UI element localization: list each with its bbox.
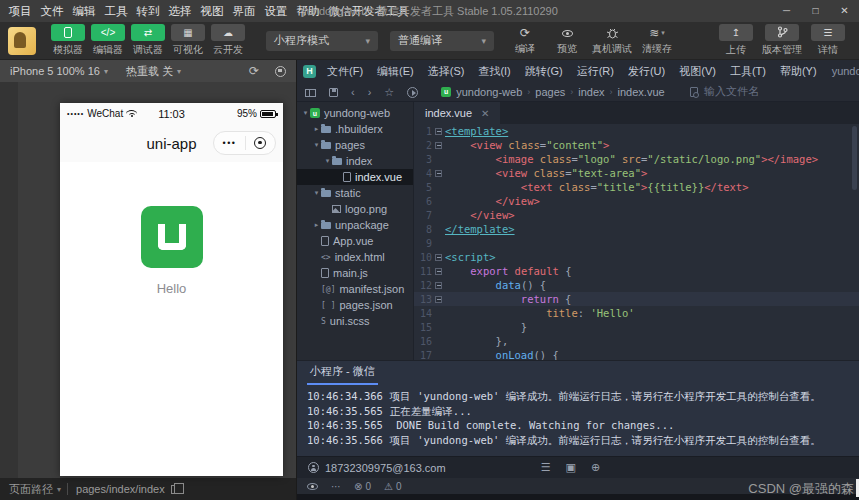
fold-icon[interactable] (435, 282, 442, 289)
fold-icon[interactable] (435, 128, 442, 135)
breadcrumb-item[interactable]: index (578, 86, 604, 98)
hbuilderx-menu-item[interactable]: 帮助(Y) (773, 60, 824, 82)
panel-toggle-icon[interactable] (305, 82, 316, 102)
device-selector[interactable]: iPhone 5 100% 16 ▾ (10, 65, 108, 77)
toolbar-swap-button[interactable]: ⇄调试器 (128, 24, 168, 57)
toolbar-phone-button[interactable]: 模拟器 (48, 24, 88, 57)
hbuilderx-menu-item[interactable]: 编辑(E) (370, 60, 421, 82)
copy-icon[interactable] (171, 485, 179, 494)
page-path-dropdown[interactable]: 页面路径 (9, 482, 53, 497)
hbuilderx-menu-item[interactable]: 跳转(G) (518, 60, 570, 82)
tree-item-index[interactable]: ▾index (297, 153, 413, 169)
menu-item[interactable]: 项目 (4, 0, 36, 22)
mode-dropdown[interactable]: 小程序模式 ▾ (266, 31, 378, 51)
code-line-2[interactable]: 2 <view class="content"> (414, 138, 859, 152)
tree-item-yundong-web[interactable]: ▾uyundong-web (297, 105, 413, 121)
breadcrumb-item[interactable]: pages (535, 86, 565, 98)
console-layout-icon[interactable]: ☰ (541, 461, 551, 474)
toolbar-grid-button[interactable]: ▦可视化 (168, 24, 208, 57)
star-icon[interactable]: ☆ (384, 82, 394, 102)
eye-icon[interactable] (307, 483, 318, 490)
tree-item-manifest.json[interactable]: [@]manifest.json (297, 281, 413, 297)
tree-item-static[interactable]: ▾static (297, 185, 413, 201)
user-avatar[interactable] (8, 27, 36, 55)
maximize-button[interactable]: □ (801, 0, 830, 22)
remote-debug-button[interactable]: 真机调试 (588, 26, 636, 56)
hbuilderx-menu-item[interactable]: 工具(T) (723, 60, 773, 82)
code-line-1[interactable]: 1<template> (414, 124, 859, 138)
code-line-15[interactable]: 15 } (414, 320, 859, 334)
back-icon[interactable]: ‹ (351, 82, 355, 102)
breadcrumb-item[interactable]: yundong-web (456, 86, 522, 98)
menu-item[interactable]: 视图 (196, 0, 228, 22)
run-icon[interactable] (407, 82, 418, 102)
menu-item[interactable]: 设置 (260, 0, 292, 22)
hbuilderx-menu-item[interactable]: 选择(S) (421, 60, 472, 82)
error-count[interactable]: ⊗ 0 (354, 481, 371, 492)
editor-scrollbar[interactable] (852, 126, 857, 190)
code-line-5[interactable]: 5 <text class="title">{{title}}</text> (414, 180, 859, 194)
minimize-button[interactable]: ─ (772, 0, 801, 22)
code-line-16[interactable]: 16 }, (414, 334, 859, 348)
menu-item[interactable]: 编辑 (68, 0, 100, 22)
menu-item[interactable]: 转到 (132, 0, 164, 22)
code-line-7[interactable]: 7 </view> (414, 208, 859, 222)
menu-item[interactable]: 界面 (228, 0, 260, 22)
close-button[interactable]: ✕ (830, 0, 859, 22)
hbuilderx-menu-item[interactable]: 运行(R) (570, 60, 621, 82)
tree-item-pages.json[interactable]: [ ]pages.json (297, 297, 413, 313)
tree-item-main.js[interactable]: main.js (297, 265, 413, 281)
hbuilderx-menu-item[interactable]: 文件(F) (320, 60, 370, 82)
tree-item-unpackage[interactable]: ▸unpackage (297, 217, 413, 233)
tree-item-uni.scss[interactable]: Suni.scss (297, 313, 413, 329)
code-line-14[interactable]: 14 title: 'Hello' (414, 306, 859, 320)
menu-item[interactable]: 工具 (100, 0, 132, 22)
close-target-icon[interactable] (254, 137, 266, 149)
code-line-17[interactable]: 17 onLoad() { (414, 348, 859, 360)
fold-icon[interactable] (435, 170, 442, 177)
account-email[interactable]: 18732309975@163.com (325, 462, 446, 474)
tree-item-App.vue[interactable]: App.vue (297, 233, 413, 249)
hbuilderx-menu-item[interactable]: 发行(U) (621, 60, 672, 82)
clear-cache-button[interactable]: ≋ ▾ 清缓存 (636, 26, 678, 56)
preview-button[interactable]: 预览 (546, 26, 588, 56)
tree-item-index.html[interactable]: <>index.html (297, 249, 413, 265)
menu-item[interactable]: 选择 (164, 0, 196, 22)
code-line-11[interactable]: 11 export default { (414, 264, 859, 278)
tree-item-logo.png[interactable]: logo.png (297, 201, 413, 217)
upload-button[interactable]: ↥ 上传 (713, 24, 759, 57)
code-line-6[interactable]: 6 </view> (414, 194, 859, 208)
code-line-9[interactable]: 9 (414, 236, 859, 250)
code-line-10[interactable]: 10<script> (414, 250, 859, 264)
code-line-13[interactable]: 13 return { (414, 292, 859, 306)
hbuilderx-menu-item[interactable]: 查找(I) (471, 60, 517, 82)
close-tab-icon[interactable]: ✕ (481, 108, 489, 119)
window-layout-icon[interactable]: ▣ (566, 461, 576, 474)
version-control-button[interactable]: 版本管理 (759, 24, 805, 57)
breadcrumb-item[interactable]: index.vue (618, 86, 665, 98)
fold-icon[interactable] (435, 296, 442, 303)
fold-icon[interactable] (435, 254, 442, 261)
code-line-8[interactable]: 8</template> (414, 222, 859, 236)
hbuilderx-menu-item[interactable]: 视图(V) (672, 60, 723, 82)
console-tab-miniprogram[interactable]: 小程序 - 微信 (307, 364, 378, 385)
fold-icon[interactable] (435, 268, 442, 275)
tree-item-.hbuilderx[interactable]: ▸.hbuilderx (297, 121, 413, 137)
details-button[interactable]: ☰ 详情 (805, 24, 851, 57)
screenshot-record-icon[interactable] (275, 66, 286, 77)
code-line-12[interactable]: 12 data() { (414, 278, 859, 292)
toolbar-cloud-button[interactable]: ☁云开发 (208, 24, 248, 57)
code-area[interactable]: 1<template>2 <view class="content">3 <im… (414, 124, 859, 360)
tree-item-index.vue[interactable]: index.vue (297, 169, 413, 185)
code-line-4[interactable]: 4 <view class="text-area"> (414, 166, 859, 180)
hot-reload-toggle[interactable]: 热重载 关 ▾ (126, 64, 181, 79)
browser-icon[interactable]: ⊕ (591, 461, 600, 474)
file-search[interactable]: 输入文件名 (690, 84, 759, 99)
code-line-3[interactable]: 3 <image class="logo" src="/static/logo.… (414, 152, 859, 166)
toolbar-code-button[interactable]: </>编辑器 (88, 24, 128, 57)
save-icon[interactable] (329, 82, 338, 102)
compile-dropdown[interactable]: 普通编译 ▾ (390, 31, 494, 51)
warning-count[interactable]: ⚠ 0 (384, 481, 402, 492)
more-menu-icon[interactable]: ••• (223, 138, 237, 148)
fold-icon[interactable] (435, 142, 442, 149)
